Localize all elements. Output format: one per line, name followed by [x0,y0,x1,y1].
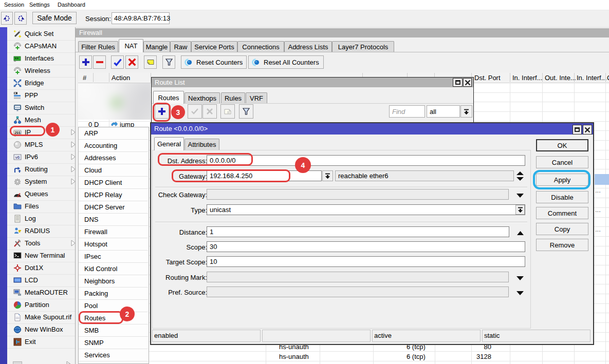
svg-text:v6: v6 [15,155,20,160]
